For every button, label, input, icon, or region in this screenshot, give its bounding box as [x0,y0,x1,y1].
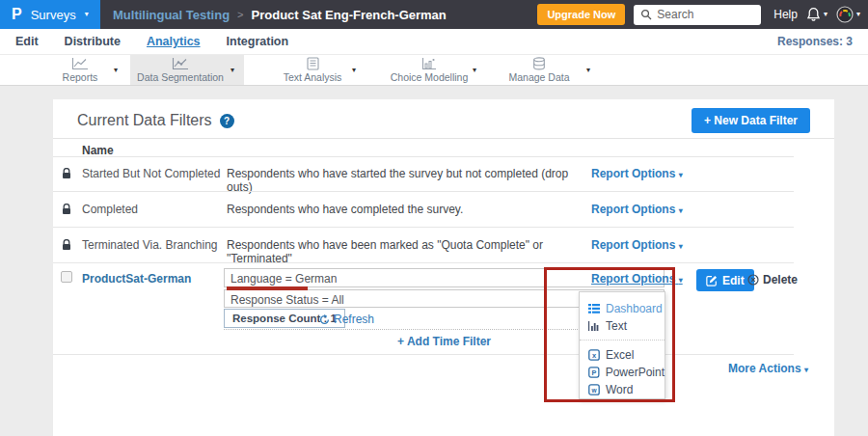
column-header-name: Name [82,144,114,157]
menu-separator [580,340,665,341]
word-file-icon: w [588,384,600,395]
caret-down-icon: ▾ [679,171,683,179]
toolbar-label: Text Analysis [284,71,342,83]
delete-circle-x-icon [747,274,759,286]
lock-icon [62,202,71,219]
surveys-menu-label: Surveys [31,8,76,22]
database-icon [532,57,546,70]
analytics-toolbar: Reports ▾ Data Segmentation ▾ Text Analy… [0,55,868,86]
toolbar-item-choice-modelling[interactable]: Choice Modelling ▾ [386,55,476,85]
toolbar-item-text-analysis[interactable]: Text Analysis ▾ [273,55,356,85]
bar-chart-icon [421,57,437,70]
help-link[interactable]: Help [773,8,798,21]
scatter-chart-icon [172,57,189,70]
document-icon [307,57,319,70]
filter-name: Started But Not Completed [82,167,222,180]
refresh-link[interactable]: Refresh [319,313,374,326]
edit-button[interactable]: Edit [696,269,754,291]
caret-down-icon: ▾ [679,242,683,251]
dashboard-list-icon [588,304,600,313]
more-actions-link[interactable]: More Actions ▾ [728,362,808,375]
toolbar-item-data-segmentation[interactable]: Data Segmentation ▾ [130,55,244,85]
caret-down-icon[interactable]: ▾ [586,66,590,74]
filter-name: Completed [82,203,222,216]
divider [53,262,794,263]
caret-down-icon: ▾ [856,11,860,18]
notifications-menu[interactable]: ▾ [806,7,827,22]
responses-count[interactable]: Responses: 3 [777,35,853,48]
tab-analytics[interactable]: Analytics [147,35,201,48]
report-options-link[interactable]: Report Options ▾ [591,203,683,216]
refresh-icon [319,314,330,325]
filter-description: Respondents who have started the survey … [227,167,583,194]
edit-pencil-icon [706,275,718,286]
lock-icon [62,237,71,255]
current-data-filters-panel: Current Data Filters ? + New Data Filter… [53,99,834,436]
avatar [836,6,854,23]
svg-text:w: w [590,387,597,394]
delete-button[interactable]: Delete [747,273,798,286]
divider [53,354,794,355]
divider [53,156,794,157]
breadcrumb-separator: > [237,9,243,20]
caret-down-icon: ▾ [679,276,683,285]
breadcrumb: Multilingual Testing > Product Sat Eng-F… [113,8,447,22]
help-icon[interactable]: ? [220,114,234,128]
divider [53,138,834,139]
app-logo-icon: P [12,7,22,22]
filter-name-link[interactable]: ProductSat-German [82,272,191,286]
svg-text:P: P [591,368,596,377]
report-options-link-open[interactable]: Report Options ▾ [591,272,683,286]
search-placeholder: Search [657,8,693,21]
survey-nav: Edit Distribute Analytics Integration Re… [0,29,868,55]
menu-item-text[interactable]: Text [580,317,665,335]
toolbar-label: Data Segmentation [137,71,224,83]
toolbar-item-manage-data[interactable]: Manage Data ▾ [503,55,590,85]
menu-item-word[interactable]: w Word [580,381,665,398]
excel-file-icon: x [588,349,600,361]
caret-down-icon: ▾ [85,11,89,18]
divider [53,191,794,192]
toolbar-label: Manage Data [508,71,569,83]
bell-icon [806,7,821,22]
caret-down-icon: ▾ [679,206,683,215]
page-title: Product Sat Eng-French-German [252,8,447,22]
menu-item-powerpoint[interactable]: P PowerPoint [580,364,665,381]
tab-distribute[interactable]: Distribute [65,35,121,48]
line-chart-icon [71,57,89,70]
powerpoint-file-icon: P [588,367,600,378]
report-options-menu: Dashboard Text x Excel P PowerPoint w Wo… [579,291,665,399]
menu-item-dashboard[interactable]: Dashboard [580,300,665,317]
search-icon [640,9,652,20]
filter-description: Respondents who have been marked as "Quo… [227,238,583,265]
bar-chart-icon [588,321,600,331]
tab-integration[interactable]: Integration [227,35,289,48]
new-data-filter-button[interactable]: + New Data Filter [692,108,810,133]
caret-down-icon[interactable]: ▾ [114,66,118,74]
account-menu[interactable]: ▾ [836,6,860,23]
lock-icon [62,166,71,183]
filter-description: Respondents who have completed the surve… [227,203,583,216]
upgrade-now-button[interactable]: Upgrade Now [537,4,625,25]
report-options-link[interactable]: Report Options ▾ [591,238,683,252]
toolbar-label: Reports [63,71,98,83]
tab-edit[interactable]: Edit [15,35,39,48]
menu-item-excel[interactable]: x Excel [580,346,665,364]
panel-title: Current Data Filters [77,112,212,129]
breadcrumb-parent[interactable]: Multilingual Testing [113,8,230,22]
caret-down-icon: ▾ [804,366,808,374]
caret-down-icon[interactable]: ▾ [352,66,356,74]
toolbar-label: Choice Modelling [391,71,469,83]
filter-checkbox[interactable] [61,271,72,283]
app-window: P Surveys ▾ Multilingual Testing > Produ… [0,0,868,436]
filter-name: Terminated Via. Branching [82,238,222,252]
topbar: P Surveys ▾ Multilingual Testing > Produ… [0,0,868,29]
surveys-menu[interactable]: P Surveys ▾ [0,0,100,29]
toolbar-item-reports[interactable]: Reports ▾ [46,55,118,85]
annotation-underline [227,286,308,290]
report-options-link[interactable]: Report Options ▾ [591,167,683,180]
search-input[interactable]: Search [634,5,761,25]
topbar-actions: Upgrade Now Search Help ▾ ▾ [537,4,868,25]
caret-down-icon[interactable]: ▾ [231,66,234,74]
caret-down-icon[interactable]: ▾ [473,66,476,74]
